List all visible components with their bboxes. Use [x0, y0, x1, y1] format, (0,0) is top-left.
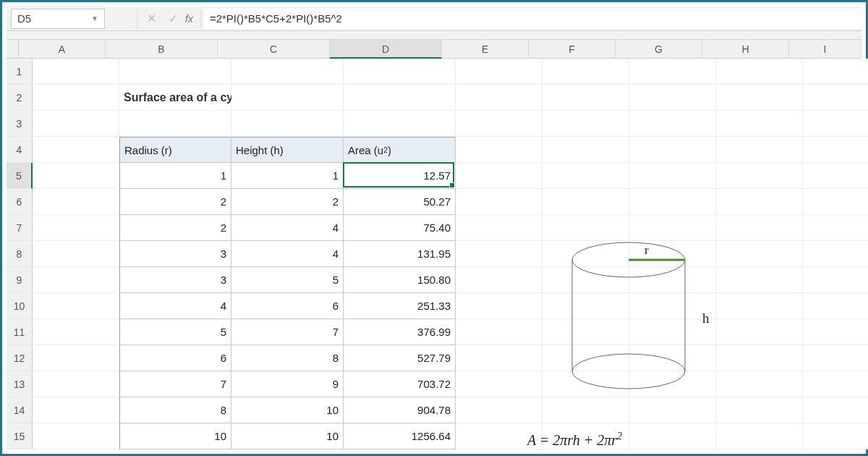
cell-C2[interactable] — [231, 85, 344, 111]
cell-I8[interactable] — [803, 241, 868, 267]
cell-F14[interactable] — [542, 397, 629, 423]
row-head-9[interactable]: 9 — [7, 267, 33, 293]
cell-H14[interactable] — [716, 397, 803, 423]
cell-G14[interactable] — [629, 397, 716, 423]
cell-A13[interactable] — [33, 371, 119, 397]
cell-G3[interactable] — [629, 111, 716, 137]
cell-A3[interactable] — [33, 111, 119, 137]
cell-E7[interactable] — [456, 215, 542, 241]
cell-I13[interactable] — [803, 371, 868, 397]
cell-E5[interactable] — [456, 163, 542, 189]
cell-A12[interactable] — [33, 345, 119, 371]
row-head-5[interactable]: 5 — [7, 163, 33, 189]
row-head-7[interactable]: 7 — [7, 215, 33, 241]
row-head-14[interactable]: 14 — [7, 397, 33, 423]
cell-D10[interactable]: 251.33 — [344, 293, 456, 319]
cell-B5[interactable]: 1 — [119, 163, 231, 189]
cell-H9[interactable] — [716, 267, 803, 293]
cell-H5[interactable] — [716, 163, 803, 189]
cell-B15[interactable]: 10 — [119, 423, 231, 449]
name-box-dropdown-icon[interactable]: ▼ — [91, 14, 98, 22]
cell-G7[interactable] — [629, 215, 716, 241]
cell-I7[interactable] — [803, 215, 868, 241]
cell-D4[interactable]: Area (u2) — [344, 137, 456, 163]
col-head-B[interactable]: B — [106, 40, 218, 59]
row-head-3[interactable]: 3 — [7, 111, 33, 137]
cell-D2[interactable] — [344, 85, 456, 111]
cell-C7[interactable]: 4 — [231, 215, 344, 241]
cell-H2[interactable] — [716, 85, 803, 111]
row-head-4[interactable]: 4 — [7, 137, 33, 163]
cell-D6[interactable]: 50.27 — [344, 189, 456, 215]
cell-I1[interactable] — [803, 59, 868, 85]
col-head-F[interactable]: F — [529, 40, 616, 59]
cell-A5[interactable] — [33, 163, 119, 189]
cell-E9[interactable] — [456, 267, 542, 293]
cell-H13[interactable] — [716, 371, 803, 397]
cell-A14[interactable] — [33, 397, 119, 423]
name-box[interactable]: D5 ▼ — [11, 9, 105, 29]
cell-F2[interactable] — [542, 85, 629, 111]
cell-I4[interactable] — [803, 137, 868, 163]
row-head-13[interactable]: 13 — [7, 371, 33, 397]
cell-I2[interactable] — [803, 85, 868, 111]
cell-A10[interactable] — [33, 293, 119, 319]
col-head-I[interactable]: I — [789, 40, 861, 59]
cell-I14[interactable] — [803, 397, 868, 423]
row-head-12[interactable]: 12 — [7, 345, 33, 371]
cell-C3[interactable] — [231, 111, 344, 137]
cell-A9[interactable] — [33, 267, 119, 293]
cell-H4[interactable] — [716, 137, 803, 163]
select-all-corner[interactable] — [7, 40, 19, 59]
fx-label[interactable]: fx — [185, 13, 193, 25]
cancel-formula-icon[interactable]: ✕ — [140, 12, 162, 25]
cell-D14[interactable]: 904.78 — [344, 397, 456, 423]
cell-B14[interactable]: 8 — [119, 397, 231, 423]
cell-B12[interactable]: 6 — [119, 345, 231, 371]
cell-D3[interactable] — [344, 111, 456, 137]
cell-B3[interactable] — [119, 111, 231, 137]
cell-C11[interactable]: 7 — [231, 319, 344, 345]
cell-G4[interactable] — [629, 137, 716, 163]
cell-G15[interactable] — [629, 423, 716, 449]
cell-B6[interactable]: 2 — [119, 189, 231, 215]
cell-D12[interactable]: 527.79 — [344, 345, 456, 371]
cell-B7[interactable]: 2 — [119, 215, 231, 241]
cell-B8[interactable]: 3 — [119, 241, 231, 267]
cell-G2[interactable] — [629, 85, 716, 111]
cell-D13[interactable]: 703.72 — [344, 371, 456, 397]
row-head-1[interactable]: 1 — [7, 59, 33, 85]
cell-E6[interactable] — [456, 189, 542, 215]
cell-A2[interactable] — [33, 85, 119, 111]
cell-I10[interactable] — [803, 293, 868, 319]
cell-C1[interactable] — [231, 59, 344, 85]
cell-H6[interactable] — [716, 189, 803, 215]
cell-I5[interactable] — [803, 163, 868, 189]
cell-D15[interactable]: 1256.64 — [344, 423, 456, 449]
cell-G5[interactable] — [629, 163, 716, 189]
cell-I9[interactable] — [803, 267, 868, 293]
col-head-A[interactable]: A — [19, 40, 106, 59]
cell-H1[interactable] — [716, 59, 803, 85]
cell-I12[interactable] — [803, 345, 868, 371]
cell-B4[interactable]: Radius (r) — [119, 137, 231, 163]
row-head-11[interactable]: 11 — [7, 319, 33, 345]
cell-H12[interactable] — [716, 345, 803, 371]
cell-H7[interactable] — [716, 215, 803, 241]
cell-A4[interactable] — [33, 137, 119, 163]
cell-E13[interactable] — [456, 371, 542, 397]
cell-B1[interactable] — [119, 59, 231, 85]
row-head-10[interactable]: 10 — [7, 293, 33, 319]
col-head-G[interactable]: G — [616, 40, 702, 59]
cell-I15[interactable] — [803, 423, 868, 449]
cell-B2[interactable]: Surface area of a cylinder — [119, 85, 231, 111]
cell-E4[interactable] — [456, 137, 542, 163]
cell-D11[interactable]: 376.99 — [344, 319, 456, 345]
cell-E2[interactable] — [456, 85, 542, 111]
cell-F6[interactable] — [542, 189, 629, 215]
cell-B13[interactable]: 7 — [119, 371, 231, 397]
cell-C9[interactable]: 5 — [231, 267, 344, 293]
cell-H15[interactable] — [716, 423, 803, 449]
cell-B9[interactable]: 3 — [119, 267, 231, 293]
cell-F3[interactable] — [542, 111, 629, 137]
